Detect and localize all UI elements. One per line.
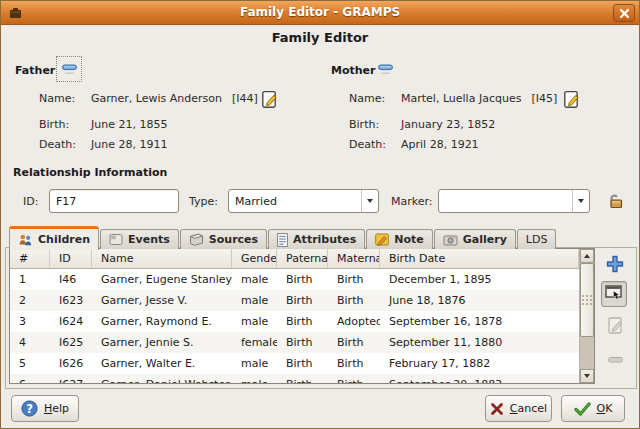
- tab-lds[interactable]: LDS: [517, 229, 557, 249]
- check-icon: [574, 402, 591, 416]
- marker-combobox[interactable]: [438, 189, 590, 213]
- table-cell: Birth: [277, 290, 328, 311]
- share-child-button[interactable]: [601, 281, 627, 307]
- table-cell: Garner, Jennie S.: [92, 332, 232, 353]
- dropdown-button[interactable]: [572, 190, 589, 212]
- table-cell: 1: [10, 269, 50, 290]
- table-cell: female: [232, 332, 277, 353]
- table-row[interactable]: 6I627Garner, Daniel WebstermaleBirthBirt…: [10, 374, 579, 383]
- table-cell: September 20, 1883: [380, 374, 579, 383]
- type-label: Type:: [189, 195, 218, 208]
- mother-birth-date: January 23, 1852: [401, 118, 495, 131]
- column-header[interactable]: Paternal: [277, 249, 328, 269]
- tab-sources[interactable]: Sources: [180, 229, 267, 249]
- table-cell: I626: [50, 353, 92, 374]
- dropdown-button[interactable]: [361, 190, 378, 212]
- tab-events[interactable]: Events: [100, 229, 179, 249]
- edit-mother-button[interactable]: [560, 88, 582, 110]
- column-header[interactable]: Gender: [232, 249, 277, 269]
- mother-death-row: Death: April 28, 1921: [349, 138, 479, 151]
- tab-label: Sources: [209, 233, 258, 246]
- cancel-button-label: Cancel: [510, 402, 547, 415]
- table-row[interactable]: 1I46Garner, Eugene StanleymaleBirthBirth…: [10, 269, 579, 290]
- relationship-section-label: Relationship Information: [13, 166, 167, 179]
- column-header[interactable]: #: [10, 249, 50, 269]
- table-cell: Birth: [277, 332, 328, 353]
- column-header[interactable]: Maternal: [328, 249, 380, 269]
- remove-child-button: [602, 347, 628, 373]
- select-person-icon: [604, 284, 624, 304]
- id-input[interactable]: [49, 189, 179, 213]
- table-cell: Garner, Eugene Stanley: [92, 269, 232, 290]
- close-button[interactable]: [613, 4, 635, 22]
- father-death-row: Death: June 28, 1911: [39, 138, 167, 151]
- tab-label: LDS: [526, 233, 548, 246]
- scroll-up-button[interactable]: [580, 249, 594, 263]
- chevron-down-icon: [578, 199, 584, 203]
- cancel-button[interactable]: Cancel: [485, 395, 552, 422]
- table-cell: 3: [10, 311, 50, 332]
- tab-attributes[interactable]: Attributes: [268, 229, 365, 249]
- birth-label: Birth:: [349, 118, 401, 131]
- column-header[interactable]: ID: [50, 249, 92, 269]
- table-cell: I46: [50, 269, 92, 290]
- table-scrollbar[interactable]: [579, 249, 594, 383]
- close-icon: [619, 8, 630, 19]
- table-cell: Garner, Walter E.: [92, 353, 232, 374]
- edit-child-button: [602, 312, 628, 338]
- table-cell: 5: [10, 353, 50, 374]
- chevron-down-icon: [367, 199, 373, 203]
- tab-children[interactable]: Children: [9, 226, 99, 250]
- birth-label: Birth:: [39, 118, 91, 131]
- table-cell: December 1, 1895: [380, 269, 579, 290]
- table-row[interactable]: 3I624Garner, Raymond E.maleBirthAdoptedS…: [10, 311, 579, 332]
- remove-mother-button[interactable]: [373, 57, 397, 81]
- column-header[interactable]: Birth Date: [380, 249, 579, 269]
- scroll-down-button[interactable]: [580, 369, 594, 383]
- window-title: Family Editor - GRAMPS: [1, 5, 639, 19]
- father-gramps-id: [I44]: [232, 92, 258, 105]
- tab-bar: ChildrenEventsSourcesAttributesNoteGalle…: [9, 225, 557, 249]
- table-cell: September 11, 1880: [380, 332, 579, 353]
- column-header[interactable]: Name: [92, 249, 232, 269]
- down-arrow-icon: [584, 374, 590, 378]
- table-cell: 4: [10, 332, 50, 353]
- table-row[interactable]: 2I623Garner, Jesse V.maleBirthBirthJune …: [10, 290, 579, 311]
- mother-death-date: April 28, 1921: [401, 138, 479, 151]
- up-arrow-icon: [584, 254, 590, 258]
- marker-label: Marker:: [391, 195, 433, 208]
- edit-father-button[interactable]: [258, 88, 280, 110]
- table-cell: Birth: [277, 311, 328, 332]
- sources-icon: [189, 233, 204, 246]
- children-icon: [18, 233, 33, 247]
- father-death-date: June 28, 1911: [91, 138, 167, 151]
- id-label: ID:: [23, 195, 38, 208]
- table-cell: Birth: [277, 374, 328, 383]
- pencil-icon: [606, 316, 625, 335]
- table-cell: September 16, 1878: [380, 311, 579, 332]
- type-combobox[interactable]: Married: [228, 189, 379, 213]
- table-row[interactable]: 4I625Garner, Jennie S.femaleBirthBirthSe…: [10, 332, 579, 353]
- remove-person-icon: [61, 63, 78, 76]
- ok-button[interactable]: OK: [561, 395, 625, 422]
- table-cell: February 17, 1882: [380, 353, 579, 374]
- note-icon: [375, 233, 389, 246]
- privacy-button[interactable]: [605, 189, 627, 211]
- titlebar: Family Editor - GRAMPS: [1, 1, 639, 25]
- table-row[interactable]: 5I626Garner, Walter E.maleBirthBirthFebr…: [10, 353, 579, 374]
- remove-father-button[interactable]: [57, 57, 81, 81]
- table-cell: Adopted: [328, 311, 380, 332]
- tab-note[interactable]: Note: [366, 229, 432, 249]
- father-birth-date: June 21, 1855: [91, 118, 167, 131]
- death-label: Death:: [39, 138, 91, 151]
- table-cell: Birth: [328, 332, 380, 353]
- scrollbar-thumb[interactable]: [580, 263, 594, 337]
- add-child-button[interactable]: [602, 251, 628, 277]
- children-table: #IDNameGenderPaternalMaternalBirth Date …: [9, 248, 595, 384]
- father-name: Garner, Lewis Anderson: [91, 92, 222, 105]
- tab-gallery[interactable]: Gallery: [434, 229, 516, 249]
- edit-note-icon: [562, 90, 581, 109]
- help-button[interactable]: ? Help: [11, 395, 79, 422]
- ok-button-label: OK: [597, 402, 613, 415]
- father-section-label: Father: [15, 64, 55, 77]
